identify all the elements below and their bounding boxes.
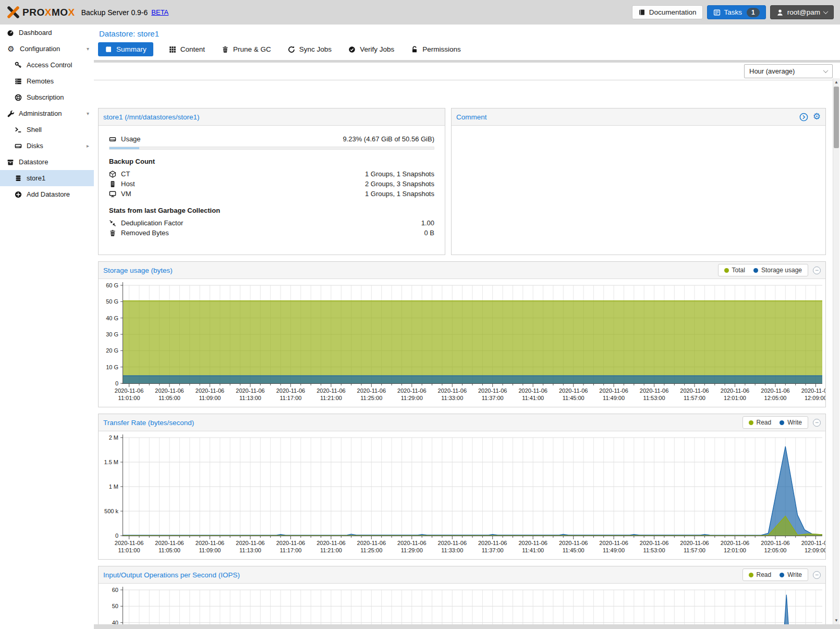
- svg-text:2020-11-06: 2020-11-06: [115, 540, 143, 546]
- sidebar-item-dashboard[interactable]: Dashboard: [0, 25, 94, 41]
- hdd-icon: [15, 142, 22, 150]
- legend-write[interactable]: Write: [780, 419, 802, 426]
- tab-verify-jobs[interactable]: Verify Jobs: [347, 42, 395, 56]
- svg-text:11:21:00: 11:21:00: [320, 547, 342, 553]
- svg-text:2020-11-06: 2020-11-06: [196, 540, 224, 546]
- vm-row: VM 1 Groups, 1 Snapshots: [109, 189, 434, 199]
- scroll-down-arrow[interactable]: ▼: [833, 616, 839, 624]
- usage-value: 9.23% (4.67 GiB of 50.56 GiB): [343, 135, 434, 143]
- comment-title: Comment: [456, 113, 487, 121]
- collapse-panel-icon[interactable]: −: [813, 419, 821, 427]
- svg-text:2020-11-06: 2020-11-06: [599, 540, 628, 546]
- documentation-button[interactable]: Documentation: [632, 5, 703, 19]
- legend-storage-usage[interactable]: Storage usage: [753, 267, 802, 274]
- svg-text:10 G: 10 G: [106, 364, 118, 370]
- svg-text:2020-11-06: 2020-11-06: [721, 540, 749, 546]
- datastore-summary-card: store1 (/mnt/datastores/store1) Usage 9.…: [98, 108, 445, 255]
- svg-text:2020-11-06: 2020-11-06: [559, 540, 588, 546]
- collapse-panel-icon[interactable]: −: [813, 571, 821, 579]
- svg-text:2020-11-06: 2020-11-06: [316, 540, 345, 546]
- chart-legend: Total Storage usage: [718, 264, 808, 276]
- svg-text:12:09:00: 12:09:00: [805, 395, 825, 401]
- tab-prune-gc[interactable]: Prune & GC: [221, 42, 272, 56]
- scroll-up-arrow[interactable]: ▲: [833, 78, 839, 86]
- svg-text:11:57:00: 11:57:00: [684, 547, 705, 553]
- user-icon: [776, 9, 784, 16]
- svg-text:2020-11-06: 2020-11-06: [357, 388, 386, 394]
- sidebar-item-datastore[interactable]: Datastore: [0, 154, 94, 170]
- sidebar-item-access-control[interactable]: Access Control: [0, 57, 94, 73]
- svg-text:1.5 M: 1.5 M: [104, 459, 118, 465]
- svg-text:11:57:00: 11:57:00: [684, 395, 705, 401]
- monitor-icon: [109, 190, 116, 198]
- gear-icon[interactable]: ⚙: [813, 113, 821, 121]
- storage-usage-panel: Storage usage (bytes) Total Storage usag…: [98, 261, 826, 407]
- usage-row: Usage 9.23% (4.67 GiB of 50.56 GiB): [109, 134, 434, 144]
- sidebar-item-administration[interactable]: Administration ▾: [0, 105, 94, 122]
- product-version-label: Backup Server 0.9-6: [81, 8, 148, 17]
- legend-write[interactable]: Write: [780, 571, 802, 578]
- circle-chevron-right-icon[interactable]: [799, 113, 808, 122]
- tab-sync-jobs[interactable]: Sync Jobs: [287, 42, 333, 56]
- window-bottom-edge: [94, 624, 840, 629]
- collapse-arrow-icon[interactable]: ▾: [87, 111, 89, 116]
- time-range-select[interactable]: Hour (average): [744, 64, 833, 78]
- user-menu-button[interactable]: root@pam: [770, 5, 834, 19]
- svg-text:11:41:00: 11:41:00: [522, 395, 544, 401]
- sidebar-item-store1[interactable]: store1: [0, 170, 94, 186]
- chart-legend: Read Write: [742, 568, 808, 581]
- sidebar-item-subscription[interactable]: Subscription: [0, 89, 94, 105]
- sidebar-item-shell[interactable]: Shell: [0, 122, 94, 138]
- trash-icon: [109, 229, 116, 237]
- svg-text:11:29:00: 11:29:00: [401, 395, 423, 401]
- beta-link[interactable]: BETA: [151, 8, 168, 16]
- book-icon: [105, 46, 112, 53]
- svg-text:2020-11-06: 2020-11-06: [397, 540, 426, 546]
- building-icon: [109, 180, 116, 188]
- tab-summary[interactable]: Summary: [98, 42, 153, 56]
- collapse-panel-icon[interactable]: −: [813, 267, 821, 274]
- dashboard-icon: [7, 29, 14, 37]
- svg-text:12:09:00: 12:09:00: [805, 547, 825, 553]
- tab-content[interactable]: Content: [168, 42, 206, 56]
- collapse-arrow-icon[interactable]: ▾: [87, 46, 89, 52]
- scrollbar-thumb[interactable]: [834, 87, 839, 148]
- sidebar-item-remotes[interactable]: Remotes: [0, 73, 94, 89]
- svg-text:11:45:00: 11:45:00: [563, 395, 585, 401]
- svg-text:2020-11-06: 2020-11-06: [801, 540, 825, 546]
- svg-text:2020-11-06: 2020-11-06: [680, 540, 709, 546]
- svg-text:2020-11-06: 2020-11-06: [196, 388, 224, 394]
- backup-count-title: Backup Count: [109, 158, 434, 165]
- legend-total[interactable]: Total: [724, 267, 745, 274]
- card-title: store1 (/mnt/datastores/store1): [103, 113, 200, 121]
- svg-text:11:09:00: 11:09:00: [199, 395, 221, 401]
- expand-arrow-icon[interactable]: ▸: [87, 143, 89, 149]
- svg-text:11:05:00: 11:05:00: [159, 395, 180, 401]
- tasks-button[interactable]: Tasks 1: [707, 5, 766, 19]
- transfer-rate-panel: Transfer Rate (bytes/second) Read Write …: [98, 414, 826, 560]
- svg-text:2020-11-06: 2020-11-06: [316, 388, 345, 394]
- svg-text:2020-11-06: 2020-11-06: [276, 540, 305, 546]
- legend-read[interactable]: Read: [749, 419, 772, 426]
- svg-text:2020-11-06: 2020-11-06: [397, 388, 426, 394]
- svg-text:20 G: 20 G: [106, 347, 118, 354]
- tab-permissions[interactable]: Permissions: [410, 42, 462, 56]
- comment-body[interactable]: [452, 126, 825, 142]
- svg-text:2020-11-06: 2020-11-06: [276, 388, 305, 394]
- svg-text:50: 50: [112, 603, 118, 609]
- svg-text:2020-11-06: 2020-11-06: [801, 388, 825, 394]
- sidebar-item-configuration[interactable]: ⚙ Configuration ▾: [0, 41, 94, 57]
- svg-text:2020-11-06: 2020-11-06: [761, 540, 789, 546]
- svg-text:30 G: 30 G: [106, 331, 118, 337]
- svg-text:11:53:00: 11:53:00: [643, 395, 665, 401]
- sidebar-item-add-datastore[interactable]: Add Datastore: [0, 186, 94, 202]
- svg-text:2020-11-06: 2020-11-06: [115, 388, 143, 394]
- svg-text:2020-11-06: 2020-11-06: [640, 388, 668, 394]
- svg-text:11:25:00: 11:25:00: [360, 547, 382, 553]
- vertical-scrollbar[interactable]: ▲ ▼: [833, 78, 839, 629]
- sidebar-item-disks[interactable]: Disks ▸: [0, 138, 94, 154]
- svg-text:11:01:00: 11:01:00: [118, 547, 140, 553]
- legend-read[interactable]: Read: [749, 571, 772, 578]
- transfer-rate-chart: 2 M1.5 M1 M500 k02020-11-0611:01:002020-…: [99, 432, 825, 558]
- database-icon: [15, 175, 22, 182]
